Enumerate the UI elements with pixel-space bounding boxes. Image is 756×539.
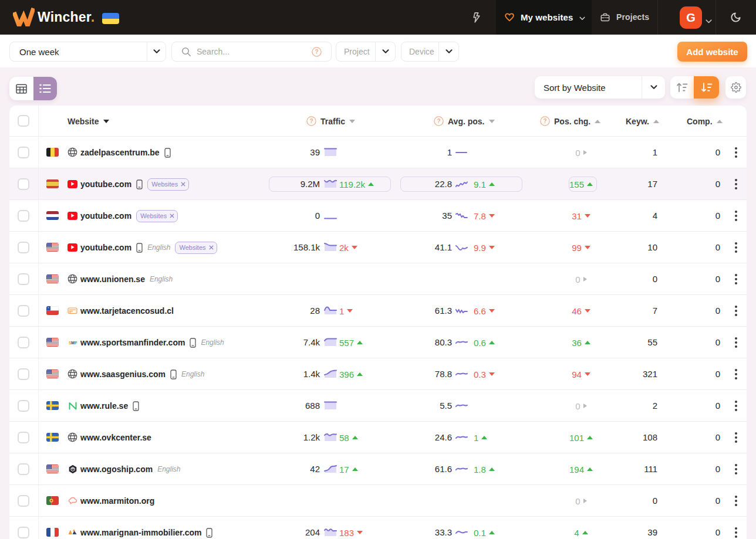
svg-text:?: ?	[309, 118, 313, 124]
svg-text:?: ?	[437, 118, 440, 124]
svg-text:F: F	[75, 341, 77, 345]
svg-text:?: ?	[315, 49, 318, 55]
svg-text:?: ?	[543, 118, 546, 124]
